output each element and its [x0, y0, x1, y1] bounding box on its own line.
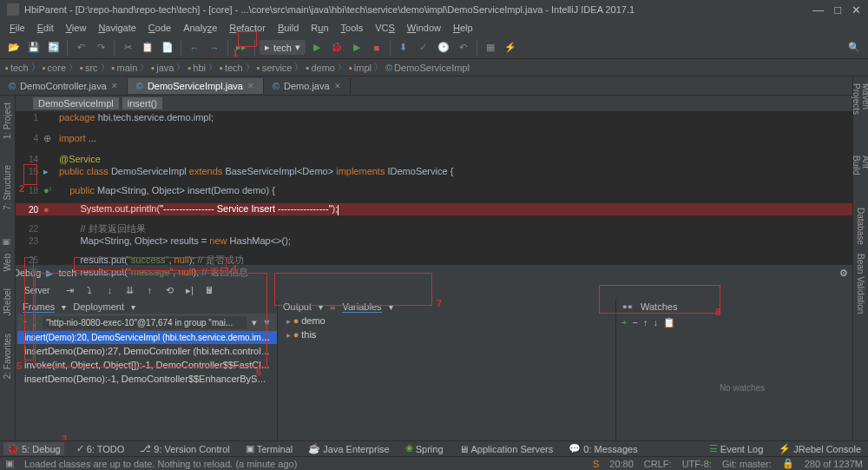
sidebar-web[interactable]: Web [3, 254, 12, 271]
sidebar-project[interactable]: 1: Project [3, 103, 12, 139]
crumb-method[interactable]: insert() [122, 97, 162, 109]
sidebar-structure[interactable]: 7: Structure [3, 165, 12, 210]
crumb-tech2[interactable]: ▪tech [220, 63, 243, 73]
force-step-into-icon[interactable]: ⇊ [122, 282, 137, 298]
next-frame-icon[interactable]: ↓ [33, 317, 38, 328]
tool-javaee[interactable]: ☕Java Enterprise [305, 442, 392, 455]
step-over-icon[interactable]: ⤵ [82, 282, 97, 298]
caret-position[interactable]: 20:80 [609, 459, 634, 469]
save-icon[interactable]: 💾 [25, 39, 43, 56]
menu-view[interactable]: View [62, 21, 91, 35]
jrebel-icon[interactable]: ⚡ [502, 39, 519, 56]
close-button[interactable]: ✕ [852, 3, 861, 17]
evaluate-icon[interactable]: 🖩 [201, 282, 217, 298]
sidebar-favorites[interactable]: 2: Favorites [3, 334, 12, 379]
vcs-history-icon[interactable]: 🕑 [435, 39, 452, 56]
tool-terminal[interactable]: ▣Terminal [242, 442, 297, 455]
structure-icon[interactable]: ▦ [482, 39, 499, 56]
sidebar-database[interactable]: Database [856, 208, 865, 245]
coverage-icon[interactable]: ▶ [348, 39, 365, 56]
tool-vcs[interactable]: ⎇9: Version Control [136, 442, 233, 455]
input-method-icon[interactable]: S [593, 459, 599, 469]
remove-watch-icon[interactable]: − [632, 317, 637, 328]
vcs-update-icon[interactable]: ⬇ [395, 39, 412, 56]
status-tool-icon[interactable]: ▣ [5, 458, 14, 469]
crumb-main[interactable]: ▪main [112, 63, 138, 73]
close-icon[interactable]: ✕ [247, 82, 254, 90]
crumb-hbi[interactable]: ▪hbi [187, 63, 206, 73]
variables-tab[interactable]: Variables [342, 301, 381, 313]
tab-demoserviceimpl[interactable]: ©DemoServiceImpl.java✕ [128, 78, 264, 94]
crumb-file[interactable]: ©DemoServiceImpl [385, 63, 470, 73]
variable-item[interactable]: ● demo [278, 314, 615, 328]
debug-icon[interactable]: 🐞 [328, 39, 345, 56]
back-icon[interactable]: ← [186, 39, 203, 56]
tool-appservers[interactable]: 🖥Application Servers [456, 443, 557, 455]
tool-debug[interactable]: 🐞5: Debug [3, 442, 64, 455]
output-tab[interactable]: Output [283, 301, 312, 312]
sidebar-maven[interactable]: Maven Projects [852, 83, 869, 129]
redo-icon[interactable]: ↷ [92, 39, 109, 56]
stop-icon[interactable]: ■ [368, 39, 385, 56]
server-tab[interactable]: Server [17, 284, 56, 297]
menu-vcs[interactable]: VCS [371, 21, 399, 35]
crumb-src[interactable]: ▪src [80, 63, 98, 73]
git-branch[interactable]: Git: master: [722, 459, 772, 469]
stack-frame[interactable]: invoke(int, Object, Object[]):-1, DemoCo… [17, 358, 277, 372]
variable-item[interactable]: ● this [278, 328, 615, 341]
tool-todo[interactable]: ✓6: TODO [73, 442, 128, 455]
watches-tab[interactable]: Watches [641, 301, 677, 312]
menu-code[interactable]: Code [144, 21, 175, 35]
stack-frame[interactable]: insertDemo(Demo):27, DemoController (hbi… [17, 344, 277, 358]
tab-demo[interactable]: ©Demo.java✕ [264, 78, 351, 94]
tool-eventlog[interactable]: ☰Event Log [706, 442, 767, 455]
sidebar-bean-validation[interactable]: Bean Validation [856, 254, 865, 314]
menu-refactor[interactable]: Refactor [225, 21, 270, 35]
menu-tools[interactable]: Tools [337, 21, 368, 35]
search-icon[interactable]: 🔍 [845, 39, 863, 56]
menu-help[interactable]: Help [449, 21, 477, 35]
maximize-button[interactable]: □ [834, 3, 841, 17]
show-exec-point-icon[interactable]: ⇥ [62, 282, 77, 298]
crumb-class[interactable]: DemoServiceImpl [33, 97, 119, 109]
run-to-cursor-icon[interactable]: ▸| [181, 282, 197, 298]
memory-indicator[interactable]: 280 of 1237M [805, 459, 863, 469]
close-icon[interactable]: ✕ [111, 82, 118, 90]
crumb-service[interactable]: ▪service [257, 63, 293, 73]
menu-run[interactable]: Run [306, 21, 332, 35]
menu-build[interactable]: Build [273, 21, 303, 35]
tab-democontroller[interactable]: ©DemoController.java✕ [0, 78, 128, 94]
forward-icon[interactable]: → [206, 39, 223, 56]
open-icon[interactable]: 📂 [5, 39, 23, 56]
thread-selector[interactable]: "http-nio-8080-exec-10"@17,674 in group … [43, 316, 247, 329]
lock-icon[interactable]: 🔒 [782, 458, 794, 469]
tool-messages[interactable]: 💬0: Messages [565, 442, 641, 455]
step-out-icon[interactable]: ↑ [141, 282, 157, 298]
menu-analyze[interactable]: Analyze [179, 21, 221, 35]
menu-window[interactable]: Window [403, 21, 445, 35]
close-icon[interactable]: ✕ [334, 82, 341, 90]
step-into-icon[interactable]: ↓ [102, 282, 117, 298]
crumb-java[interactable]: ▪java [151, 63, 174, 73]
filter-icon[interactable]: ▼ [262, 317, 272, 328]
encoding[interactable]: UTF-8: [682, 459, 712, 469]
menu-file[interactable]: File [5, 21, 30, 35]
line-ending[interactable]: CRLF: [644, 459, 672, 469]
crumb-impl[interactable]: ▪impl [349, 63, 372, 73]
vcs-commit-icon[interactable]: ✓ [415, 39, 432, 56]
copy-icon[interactable]: 📋 [139, 39, 156, 56]
crumb-core[interactable]: ▪core [43, 63, 66, 73]
code-editor[interactable]: DemoServiceImpl insert() 1package hbi.te… [16, 96, 868, 264]
run-config-selector[interactable]: ▸ tech ▾ [260, 40, 306, 55]
copy-icon[interactable]: 📋 [663, 317, 675, 328]
add-watch-icon[interactable]: + [621, 317, 627, 328]
tool-jrebel[interactable]: ⚡JRebel Console [775, 442, 865, 455]
tool-spring[interactable]: ❀Spring [402, 442, 447, 455]
sync-icon[interactable]: 🔄 [45, 39, 62, 56]
sidebar-jrebel[interactable]: JRebel [3, 288, 12, 315]
minimize-button[interactable]: — [812, 3, 824, 17]
sidebar-ant[interactable]: Ant Build [852, 156, 869, 182]
menu-navigate[interactable]: Navigate [94, 21, 140, 35]
menu-edit[interactable]: Edit [33, 21, 58, 35]
frames-tab[interactable]: Frames [23, 301, 55, 313]
